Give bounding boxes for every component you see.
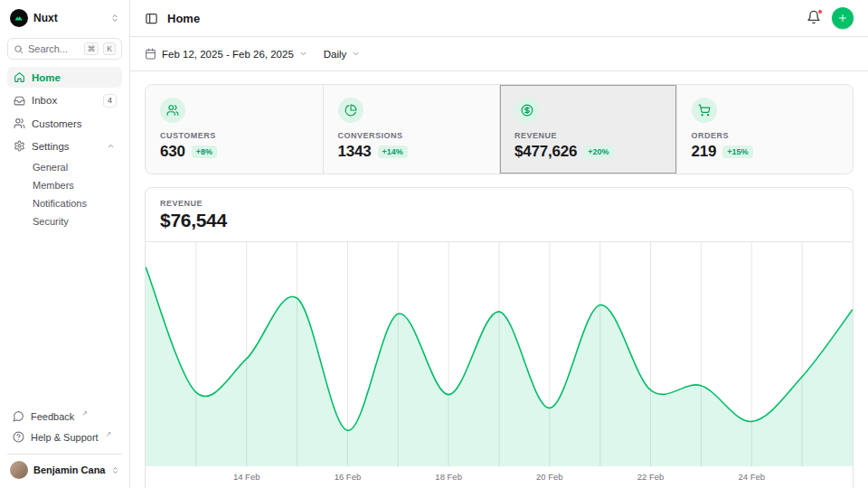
x-axis-label: 24 Feb [738,472,765,482]
sidebar-subitem-general[interactable]: General [7,158,122,175]
cart-icon [692,98,717,123]
gear-icon [13,140,25,153]
collapse-sidebar-icon[interactable] [145,12,158,25]
chevron-up-icon [104,140,117,153]
sidebar-subitem-notifications[interactable]: Notifications [7,194,122,211]
page-title: Home [167,12,200,25]
sidebar-item-settings[interactable]: Settings [7,136,122,156]
sidebar-item-inbox[interactable]: Inbox 4 [7,89,122,111]
x-axis-label: 22 Feb [637,472,665,482]
stat-delta-badge: +20% [583,145,613,158]
stat-card-revenue[interactable]: REVENUE $477,626 +20% [499,85,676,174]
user-menu[interactable]: Benjamin Canac [7,454,122,481]
inbox-count-badge: 4 [103,94,117,108]
user-name: Benjamin Canac [33,465,106,475]
sidebar-subitem-members[interactable]: Members [7,176,122,193]
kbd-k: K [103,42,116,55]
feedback-link[interactable]: Feedback ↗ [7,406,122,427]
chevron-up-down-icon [111,466,119,474]
date-range-picker[interactable]: Feb 12, 2025 - Feb 26, 2025 [145,48,307,60]
sidebar-item-label: Inbox [32,95,97,106]
chevron-down-icon [352,50,360,58]
stats-row: CUSTOMERS 630 +8% CONVERSIONS 1343 +14% [145,84,854,174]
chart-header: REVENUE $76,544 [146,188,853,242]
sidebar-top: Nuxt Search... ⌘ K Home [7,7,122,230]
sidebar-item-label: Home [32,72,117,83]
revenue-area-chart[interactable] [146,242,853,466]
sidebar: Nuxt Search... ⌘ K Home [0,0,130,488]
stat-card-conversions[interactable]: CONVERSIONS 1343 +14% [323,85,500,174]
filters-toolbar: Feb 12, 2025 - Feb 26, 2025 Daily [130,37,868,71]
calendar-icon [145,48,156,60]
search-icon [14,44,24,54]
stat-value: 630 [160,143,185,161]
stat-label: REVENUE [514,131,662,140]
stat-label: CUSTOMERS [160,131,308,140]
x-axis: 14 Feb16 Feb18 Feb20 Feb22 Feb24 Feb [146,466,853,488]
add-button[interactable] [832,7,854,29]
stat-delta-badge: +14% [378,145,408,158]
chevron-up-down-icon [110,14,119,23]
date-range-label: Feb 12, 2025 - Feb 26, 2025 [162,49,294,60]
interval-select[interactable]: Daily [324,49,361,60]
help-circle-icon [13,431,24,443]
main-header: Home [130,0,868,37]
dashboard-app: Nuxt Search... ⌘ K Home [0,0,868,488]
stat-value: $477,626 [514,143,577,161]
chart-svg [146,242,853,466]
footer-item-label: Help & Support [31,432,99,443]
sidebar-item-label: Settings [32,141,98,152]
notifications-bell-icon[interactable] [807,10,823,26]
dollar-circle-icon [514,98,540,123]
stat-value: 1343 [338,143,372,161]
x-axis-label: 20 Feb [536,472,563,482]
users-icon [160,98,185,123]
message-bubble-icon [13,410,24,422]
x-axis-label: 14 Feb [233,472,260,482]
notification-dot [817,9,823,14]
sidebar-nav: Home Inbox 4 Customers [7,67,122,230]
stat-card-orders[interactable]: ORDERS 219 +15% [676,85,854,174]
chart-total-value: $76,544 [160,210,838,231]
stat-value: 219 [692,143,717,161]
inbox-icon [13,94,25,107]
stat-delta-badge: +15% [722,145,752,158]
kbd-cmd: ⌘ [84,42,99,55]
sidebar-bottom: Feedback ↗ Help & Support ↗ Benjamin Can… [7,406,122,481]
external-link-icon: ↗ [81,409,88,418]
avatar [10,461,28,479]
search-placeholder: Search... [28,43,80,54]
x-axis-label: 16 Feb [335,472,362,482]
chart-pie-icon [338,98,363,123]
footer-item-label: Feedback [31,411,74,422]
home-icon [13,71,25,84]
stat-card-customers[interactable]: CUSTOMERS 630 +8% [146,85,323,174]
stat-label: CONVERSIONS [338,131,486,140]
sidebar-item-label: Customers [32,118,117,129]
revenue-chart-card: REVENUE $76,544 14 Feb16 Feb18 Feb20 Feb… [145,187,854,488]
x-axis-label: 18 Feb [435,472,462,482]
stat-delta-badge: +8% [192,145,217,158]
main-area: Home Feb 12, 2025 - Feb 26, 2025 [130,0,868,488]
users-icon [13,117,25,130]
team-switcher[interactable]: Nuxt [7,7,122,29]
stat-label: ORDERS [692,131,839,140]
team-name: Nuxt [33,12,105,24]
interval-label: Daily [324,49,347,60]
search-input[interactable]: Search... ⌘ K [7,38,122,60]
chevron-down-icon [299,50,307,58]
sidebar-item-home[interactable]: Home [7,67,122,88]
nuxt-logo-icon [10,9,28,27]
chart-title: REVENUE [160,199,838,208]
content: CUSTOMERS 630 +8% CONVERSIONS 1343 +14% [130,71,868,488]
external-link-icon: ↗ [106,430,112,438]
help-support-link[interactable]: Help & Support ↗ [7,427,122,447]
sidebar-subitem-security[interactable]: Security [7,212,122,230]
sidebar-item-customers[interactable]: Customers [7,113,122,134]
